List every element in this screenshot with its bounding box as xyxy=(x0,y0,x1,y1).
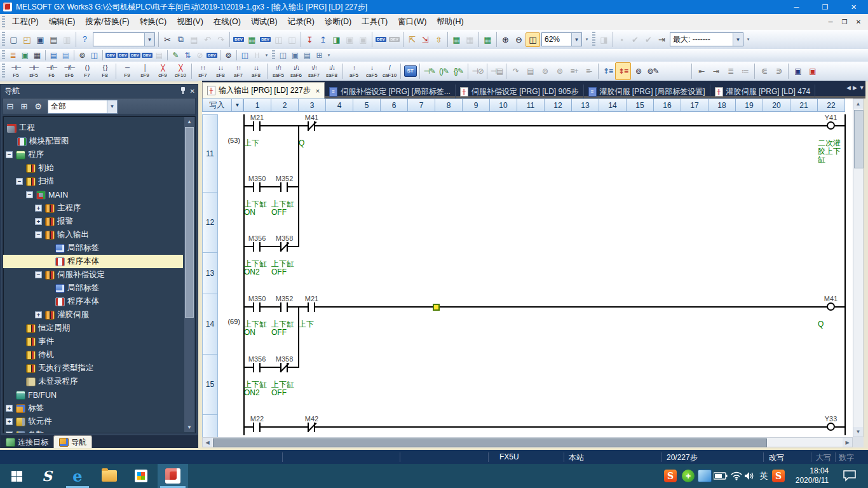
pulse-conversion-button[interactable]: ↑aF5 xyxy=(345,63,363,79)
coil-button[interactable]: ( )F7 xyxy=(78,63,96,79)
shift-left-button[interactable]: ⇤ xyxy=(694,63,709,79)
tab-scroll-right-icon[interactable]: ▶ xyxy=(853,85,857,91)
ladder-write-button[interactable]: ⇱ xyxy=(405,33,419,46)
paste-button[interactable]: ▤ xyxy=(187,33,201,46)
dev-batch-button[interactable]: DEV xyxy=(141,50,153,61)
nav-bottom-tab[interactable]: 连接目标 xyxy=(1,436,53,449)
parallel-open-contact-button[interactable]: ⊣⊢sF5 xyxy=(25,63,43,79)
horizontal-scrollbar[interactable]: ◀ ▶ xyxy=(202,437,853,447)
device-monitor-button[interactable]: ▦ xyxy=(245,33,259,46)
tray-clock[interactable]: 18:04 2020/8/11 xyxy=(789,464,835,488)
falling-pulse-button[interactable]: ↓↓sF8 xyxy=(212,63,229,79)
doc-gray-button[interactable]: ▤ xyxy=(153,50,165,61)
menu-r[interactable]: 记录(R) xyxy=(283,15,320,29)
scroll-up-icon[interactable]: ▲ xyxy=(853,99,863,109)
new-project-button[interactable]: ▢ xyxy=(7,33,20,46)
tree-item-7[interactable]: +报警 xyxy=(3,215,183,228)
scroll-down-icon[interactable]: ▼ xyxy=(853,427,863,437)
win-tile-v-button[interactable]: ▤ xyxy=(301,50,313,61)
mode-dropdown-icon[interactable]: ▼ xyxy=(231,98,243,112)
parallel-falling-close-button[interactable]: ↓/↓saF8 xyxy=(323,63,341,79)
maximize-button[interactable]: ❐ xyxy=(811,0,839,14)
tray-battery[interactable] xyxy=(712,464,729,488)
menu-c[interactable]: 转换(C) xyxy=(135,15,172,29)
h-tool-button[interactable]: Ｈ xyxy=(251,50,263,61)
invert-result-button[interactable]: /caF10 xyxy=(381,63,398,79)
vertical-scrollbar[interactable]: ▲ ▼ xyxy=(853,98,864,437)
menu-h[interactable]: 帮助(H) xyxy=(431,15,468,29)
close-button[interactable]: ✕ xyxy=(839,0,868,14)
save-project-button[interactable]: ▣ xyxy=(34,33,47,46)
close-tab-icon[interactable]: × xyxy=(316,87,320,95)
tree-item-4[interactable]: −扫描 xyxy=(3,175,183,188)
expand-icon[interactable]: + xyxy=(35,205,42,212)
undo-button[interactable]: ↶ xyxy=(201,33,214,46)
open-project-button[interactable]: ◰ xyxy=(20,33,34,46)
tree-item-12[interactable]: 局部标签 xyxy=(3,281,183,295)
find-statement-button[interactable]: ⊚ xyxy=(538,63,552,79)
delete-horizontal-line-button[interactable]: ╳cF9 xyxy=(154,63,172,79)
tree-item-22[interactable]: +软元件 xyxy=(3,415,183,428)
tree-item-15[interactable]: 恒定周期 xyxy=(3,322,183,335)
open-contact-button[interactable]: ⊣⊢F5 xyxy=(7,63,25,79)
menu-d[interactable]: 诊断(D) xyxy=(320,15,356,29)
tab-scroll-arrows[interactable]: ◀ ▶ ▼ xyxy=(846,85,865,91)
taskbar-app-edge[interactable]: e xyxy=(64,464,92,488)
scroll-thumb[interactable] xyxy=(854,110,864,168)
tree-item-9[interactable]: 局部标签 xyxy=(3,241,183,255)
read-from-plc-button[interactable]: ↥ xyxy=(316,33,330,46)
tree-item-10[interactable]: 程序本体 xyxy=(3,255,183,268)
align-a-button[interactable]: ≣ xyxy=(723,63,738,79)
toolbar-overflow-button[interactable]: ▾ xyxy=(263,50,270,60)
document-tab-2[interactable]: ╫伺服补偿设定 [PRG] [LD] 905步 xyxy=(456,85,584,98)
watch-start-button[interactable]: ▦ xyxy=(481,33,494,46)
parallel-falling-pulse-button[interactable]: ↓↓aF8 xyxy=(247,63,265,79)
tray-sogou[interactable]: S xyxy=(662,464,679,488)
scroll-left-icon[interactable]: ◀ xyxy=(203,438,212,447)
expand-icon[interactable]: + xyxy=(6,405,13,412)
simulation-button[interactable]: ◨ xyxy=(597,33,611,46)
quick-find-combo[interactable]: ▼ xyxy=(93,32,155,46)
tree-item-20[interactable]: FB/FUN xyxy=(3,388,183,402)
scroll-down-icon[interactable]: ▼ xyxy=(184,423,194,432)
win-cascade-button[interactable]: ◫ xyxy=(277,50,289,61)
collapse-icon[interactable]: − xyxy=(26,191,33,198)
find-binocular-button[interactable]: ⊚ xyxy=(76,50,88,61)
mdi-minimize-button[interactable]: ─ xyxy=(824,17,837,28)
document-tab-0[interactable]: ╫输入输出 [PRG] [LD] 227步× xyxy=(202,82,325,98)
ladder-editor[interactable]: 写入▼1234567891011121314151617181920212211… xyxy=(202,98,853,437)
edit-contact-button[interactable]: ⊣✎ xyxy=(422,63,437,79)
menu-b[interactable]: 调试(B) xyxy=(246,15,283,29)
tray-green-app[interactable]: + xyxy=(680,464,696,488)
parallel-rising-pulse-button[interactable]: ↑↑aF7 xyxy=(229,63,247,79)
scroll-thumb[interactable] xyxy=(185,127,194,318)
bookmark-clear-button[interactable]: ▣ xyxy=(805,63,820,79)
edit-instruction-button[interactable]: {}✎ xyxy=(451,63,466,79)
fit-width-button[interactable]: ◫ xyxy=(526,32,540,47)
tree-collapse-all-button[interactable]: ⊞ xyxy=(17,100,31,113)
find-note-button[interactable]: ⊚ xyxy=(552,63,567,79)
write-to-plc-button[interactable]: ↧ xyxy=(303,33,316,46)
inline-st-button[interactable]: ⊣▤ xyxy=(489,63,504,79)
zoom-out-button[interactable]: ⊖ xyxy=(512,33,526,46)
check-param-button[interactable]: ✔ xyxy=(642,33,655,46)
tree-item-13[interactable]: 程序本体 xyxy=(3,295,183,308)
expand-icon[interactable]: + xyxy=(35,218,42,225)
scroll-up-icon[interactable]: ▲ xyxy=(184,117,194,126)
falling-pulse-close-button[interactable]: ↓/↓saF6 xyxy=(287,63,305,79)
insert-row-button[interactable]: ≡+ xyxy=(567,63,581,79)
stop-gray-button[interactable]: ▪ xyxy=(615,33,628,46)
tree-item-8[interactable]: −输入输出 xyxy=(3,228,183,241)
input-instruction-button[interactable]: ST xyxy=(403,63,417,79)
mdi-close-button[interactable]: ✕ xyxy=(851,17,865,28)
delete-element-button[interactable]: ⊣⊘ xyxy=(470,63,485,79)
menu-o[interactable]: 在线(O) xyxy=(208,15,246,29)
tree-item-23[interactable]: +参数 xyxy=(3,428,183,433)
module-config-button[interactable]: ▦ xyxy=(31,50,43,61)
zoom-find-button[interactable]: ⊚ xyxy=(631,63,646,79)
nav-bottom-tab[interactable]: 导航 xyxy=(53,435,92,449)
statement-button[interactable]: ▤ xyxy=(523,63,538,79)
tray-language[interactable]: 英 xyxy=(756,464,771,488)
display-template-button[interactable]: ⇞≡ xyxy=(600,63,615,79)
toolbar-overflow-button[interactable]: ▾ xyxy=(583,32,590,47)
